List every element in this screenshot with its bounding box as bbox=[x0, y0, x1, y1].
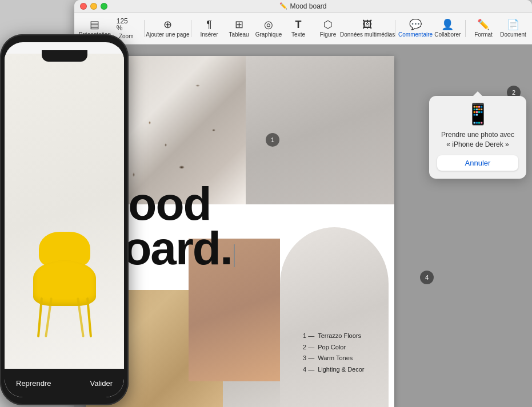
title-text: Mood board bbox=[290, 2, 326, 10]
iphone-screen: Reprendre Valider bbox=[5, 42, 124, 397]
add-page-label: Ajouter une page bbox=[146, 31, 189, 38]
titlebar-buttons bbox=[80, 3, 107, 10]
document-icon: ✏️ bbox=[279, 2, 287, 10]
minimize-button[interactable] bbox=[90, 3, 97, 10]
list-text-2: Pop Color bbox=[318, 342, 346, 353]
iphone-retake-button[interactable]: Reprendre bbox=[16, 379, 51, 388]
mirror-image bbox=[280, 227, 389, 407]
toolbar-graphic[interactable]: ◎ Graphique bbox=[254, 17, 283, 40]
collaborate-label: Collaborer bbox=[434, 31, 461, 38]
toolbar-add-page[interactable]: ⊕ Ajouter une page bbox=[147, 17, 187, 40]
figure-icon: ⬡ bbox=[323, 19, 333, 30]
graphic-label: Graphique bbox=[255, 31, 282, 38]
list-item-2: 2 — Pop Color bbox=[303, 342, 365, 353]
format-icon: ✏️ bbox=[477, 19, 490, 30]
toolbar-document[interactable]: 📄 Document bbox=[499, 17, 527, 40]
iphone-photo-popup: 📱 Prendre une photo avec« iPhone de Dere… bbox=[429, 96, 526, 179]
presentation-icon: ▤ bbox=[90, 19, 99, 30]
chair-leg-front-right bbox=[86, 297, 91, 337]
toolbar-separator-1 bbox=[144, 20, 145, 37]
iphone-screen-content bbox=[5, 54, 124, 369]
toolbar-separator-2 bbox=[191, 20, 191, 37]
list-text-1: Terrazzo Floors bbox=[318, 331, 361, 342]
insert-icon: ¶ bbox=[206, 19, 212, 30]
format-label: Format bbox=[474, 31, 493, 38]
toolbar-table[interactable]: ⊞ Tableau bbox=[225, 17, 253, 40]
graphic-icon: ◎ bbox=[264, 19, 273, 30]
media-label: Données multimédias bbox=[340, 31, 395, 38]
popup-cancel-button[interactable]: Annuler bbox=[437, 155, 518, 171]
list-num-2: 2 — bbox=[303, 342, 314, 353]
lamp-image bbox=[189, 239, 280, 381]
text-label: Texte bbox=[291, 31, 305, 38]
chair-leg-front-left bbox=[37, 297, 42, 337]
list-num-3: 3 — bbox=[303, 353, 314, 364]
comment-icon: 💬 bbox=[409, 19, 422, 30]
list-num-1: 1 — bbox=[303, 331, 314, 342]
comment-label: Commentaire bbox=[398, 31, 433, 38]
toolbar-comment[interactable]: 💬 Commentaire bbox=[399, 17, 432, 40]
insert-label: Insérer bbox=[200, 31, 218, 38]
toolbar-separator-4 bbox=[465, 20, 466, 37]
window-title: ✏️ Mood board bbox=[279, 2, 326, 10]
list-text-3: Warm Tones bbox=[318, 353, 353, 364]
list-item-3: 3 — Warm Tones bbox=[303, 353, 365, 364]
titlebar: ✏️ Mood board bbox=[74, 0, 532, 13]
page-badge-4: 4 bbox=[420, 271, 434, 284]
add-page-icon: ⊕ bbox=[163, 19, 172, 30]
page-badge-1: 1 bbox=[266, 133, 279, 147]
media-icon: 🖼 bbox=[362, 19, 373, 30]
iphone-use-button[interactable]: Valider bbox=[90, 379, 113, 388]
iphone-popup-icon: 📱 bbox=[465, 104, 491, 124]
document-page: Mood Board. 1 — Terrazzo Floors 2 — Pop … bbox=[86, 56, 394, 407]
toolbar-format[interactable]: ✏️ Format bbox=[469, 17, 498, 40]
stone-image bbox=[246, 56, 394, 204]
list-item-4: 4 — Lighting & Decor bbox=[303, 364, 365, 376]
zoom-value: 125 % bbox=[117, 18, 136, 31]
maximize-button[interactable] bbox=[101, 3, 107, 10]
list-num-4: 4 — bbox=[303, 364, 314, 376]
figure-label: Figure bbox=[320, 31, 336, 38]
toolbar-separator-3 bbox=[395, 20, 395, 37]
toolbar-collaborate[interactable]: 👤 Collaborer bbox=[433, 17, 462, 40]
list-item-1: 1 — Terrazzo Floors bbox=[303, 331, 365, 342]
toolbar-text[interactable]: T Texte bbox=[284, 17, 313, 40]
list-text-4: Lighting & Decor bbox=[318, 364, 364, 376]
table-icon: ⊞ bbox=[235, 19, 243, 30]
table-label: Tableau bbox=[229, 31, 249, 38]
iphone-notch bbox=[42, 50, 87, 62]
collaborate-icon: 👤 bbox=[441, 19, 454, 30]
canvas-area[interactable]: Mood Board. 1 — Terrazzo Floors 2 — Pop … bbox=[74, 45, 532, 407]
main-window: ✏️ Mood board ▤ Présentation 125 % Zoom … bbox=[74, 0, 532, 407]
toolbar: ▤ Présentation 125 % Zoom ⊕ Ajouter une … bbox=[74, 13, 532, 45]
toolbar-insert[interactable]: ¶ Insérer bbox=[195, 17, 223, 40]
close-button[interactable] bbox=[80, 3, 87, 10]
toolbar-figure[interactable]: ⬡ Figure bbox=[314, 17, 342, 40]
document-tb-icon: 📄 bbox=[507, 19, 519, 30]
text-icon: T bbox=[295, 19, 302, 30]
chair-image bbox=[27, 249, 102, 352]
moodboard-list: 1 — Terrazzo Floors 2 — Pop Color 3 — Wa… bbox=[303, 331, 365, 376]
popup-description: Prendre une photo avec« iPhone de Derek … bbox=[441, 130, 514, 150]
iphone-device: Reprendre Valider bbox=[0, 34, 129, 405]
iphone-bottom-bar: Reprendre Valider bbox=[5, 369, 124, 397]
document-label: Document bbox=[500, 31, 526, 38]
toolbar-media[interactable]: 🖼 Données multimédias bbox=[343, 17, 391, 40]
